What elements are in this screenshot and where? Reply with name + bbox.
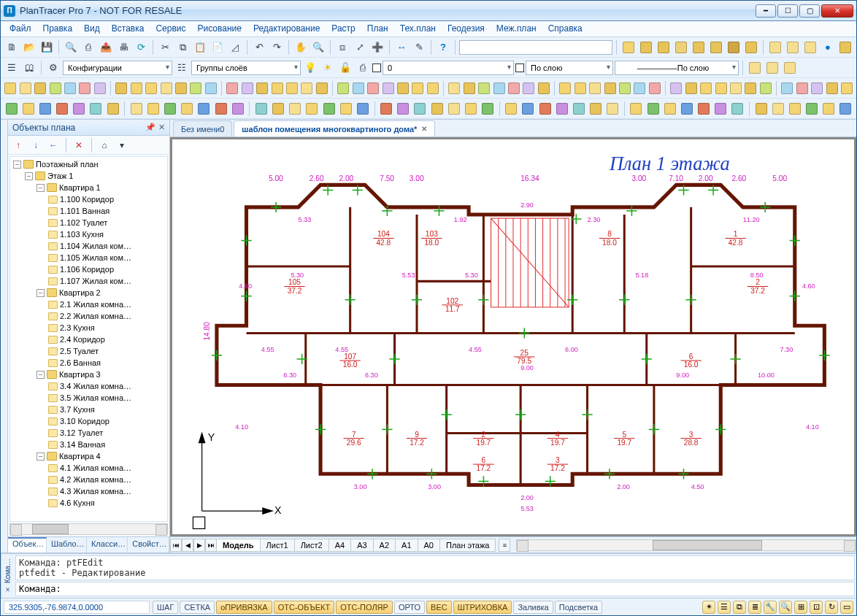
toolbar-row3-btn-41[interactable] xyxy=(648,80,661,96)
r-icon-9[interactable] xyxy=(767,39,783,55)
toolbar-row4-btn-24[interactable] xyxy=(429,101,445,117)
toolbar-row4-btn-4[interactable] xyxy=(72,101,87,117)
toolbar-row4-btn-41[interactable] xyxy=(730,101,745,117)
search-input[interactable] xyxy=(459,40,612,55)
tree-node[interactable]: 2.2 Жилая комна… xyxy=(47,310,167,322)
status-toggle-ШАГ[interactable]: ШАГ xyxy=(153,601,178,614)
delete-icon[interactable]: ✕ xyxy=(72,138,86,153)
toolbar-row3-btn-1[interactable] xyxy=(18,80,31,96)
status-icon-8[interactable]: ⊡ xyxy=(810,601,823,614)
toolbar-row3-btn-20[interactable] xyxy=(315,80,328,96)
minimize-button[interactable]: ━ xyxy=(756,4,776,18)
toolbar-row4-btn-27[interactable] xyxy=(480,101,496,117)
status-icon-1[interactable]: ✴ xyxy=(702,601,715,614)
object-tree[interactable]: –Поэтажный план–Этаж 1–Квартира 11.100 К… xyxy=(9,156,168,522)
menu-растр[interactable]: Растр xyxy=(326,21,361,36)
tree-node[interactable]: 2.6 Ванная xyxy=(47,357,167,369)
tree-node[interactable]: –Квартира 1 xyxy=(35,182,167,193)
r-icon-2[interactable] xyxy=(638,39,654,55)
toolbar-row4-btn-13[interactable] xyxy=(230,101,245,117)
toolbar-row4-btn-2[interactable] xyxy=(37,101,53,117)
toolbar-row3-btn-25[interactable] xyxy=(396,80,410,96)
tab-first-icon[interactable]: ⏮ xyxy=(170,539,182,552)
toolbar-row4-btn-18[interactable] xyxy=(321,101,337,117)
toolbar-row4-btn-36[interactable] xyxy=(645,101,661,117)
zoomrt-icon[interactable]: 🔍 xyxy=(310,39,326,55)
menu-правка[interactable]: Правка xyxy=(37,21,79,36)
status-icon-9[interactable]: ↻ xyxy=(825,601,838,614)
toolbar-row4-btn-10[interactable] xyxy=(180,101,195,117)
cut-icon[interactable]: ✂ xyxy=(157,39,173,55)
left-dock-strip[interactable] xyxy=(1,120,8,553)
status-icon-5[interactable]: 🔧 xyxy=(764,601,777,614)
toolbar-row4-btn-29[interactable] xyxy=(520,101,536,117)
toolbar-row3-btn-4[interactable] xyxy=(64,80,77,96)
menu-справка[interactable]: Справка xyxy=(542,21,588,36)
toolbar-row3-btn-13[interactable] xyxy=(204,80,218,96)
toolbar-row4-btn-22[interactable] xyxy=(396,101,411,117)
layer-combo[interactable]: 0 xyxy=(383,61,514,75)
r-icon-5[interactable] xyxy=(691,39,707,55)
tree-node[interactable]: 1.105 Жилая ком… xyxy=(47,252,167,263)
toolbar-row4-btn-45[interactable] xyxy=(804,101,819,117)
menu-файл[interactable]: Файл xyxy=(4,21,37,36)
toolbar-row3-btn-48[interactable] xyxy=(759,80,772,96)
bulb-icon[interactable]: 💡 xyxy=(302,60,318,76)
toolbar-row3-btn-26[interactable] xyxy=(411,80,424,96)
tree-node[interactable]: 1.100 Коридор xyxy=(47,193,167,205)
r-icon-1[interactable] xyxy=(620,39,637,55)
panel-tab-2[interactable]: Класси… xyxy=(87,537,128,553)
toolbar-row4-btn-8[interactable] xyxy=(145,101,161,117)
toolbar-row3-btn-0[interactable] xyxy=(4,80,17,96)
tree-node[interactable]: 4.3 Жилая комна… xyxy=(47,485,167,497)
toolbar-row4-btn-32[interactable] xyxy=(571,101,586,117)
tree-node[interactable]: –Поэтажный план xyxy=(12,158,167,170)
lock-icon[interactable]: 🔓 xyxy=(337,60,353,76)
lt-icon-2[interactable] xyxy=(764,60,780,76)
toolbar-row3-btn-14[interactable] xyxy=(226,80,239,96)
tree-node[interactable]: 4.1 Жилая комна… xyxy=(47,462,167,474)
tree-node[interactable]: 1.104 Жилая ком… xyxy=(47,240,167,252)
open-icon[interactable]: 📂 xyxy=(21,39,37,55)
toolbar-row3-btn-18[interactable] xyxy=(285,80,299,96)
layergroup-icon[interactable]: ☷ xyxy=(174,60,190,76)
toolbar-row3-btn-21[interactable] xyxy=(337,80,350,96)
layer-color-swatch[interactable] xyxy=(372,63,381,72)
toolbar-row3-btn-46[interactable] xyxy=(729,80,742,96)
toolbar-row4-btn-25[interactable] xyxy=(446,101,461,117)
toolbar-row4-btn-42[interactable] xyxy=(753,101,769,117)
toolbar-row3-btn-51[interactable] xyxy=(810,80,823,96)
toolbar-row4-btn-21[interactable] xyxy=(378,101,393,117)
toolbar-row4-btn-47[interactable] xyxy=(838,101,853,117)
preview-icon[interactable]: 🔍 xyxy=(63,39,79,55)
toolbar-row4-btn-0[interactable] xyxy=(4,101,19,117)
new-icon[interactable]: 🗎 xyxy=(4,39,20,55)
toolbar-row3-btn-40[interactable] xyxy=(633,80,646,96)
toolbar-row4-btn-3[interactable] xyxy=(55,101,70,117)
menu-план[interactable]: План xyxy=(361,21,394,36)
toolbar-row4-btn-6[interactable] xyxy=(105,101,120,117)
down-arrow-icon[interactable]: ↓ xyxy=(28,138,43,153)
r-icon-12[interactable]: ● xyxy=(820,39,836,55)
toolbar-row3-btn-33[interactable] xyxy=(522,80,535,96)
r-icon-4[interactable] xyxy=(673,39,689,55)
toolbar-row4-btn-5[interactable] xyxy=(88,101,104,117)
toolbar-row3-btn-47[interactable] xyxy=(744,80,757,96)
publish-icon[interactable]: 📤 xyxy=(98,39,114,55)
status-icon-6[interactable]: 🔍 xyxy=(779,601,792,614)
status-toggle-оПРИВЯЗКА[interactable]: оПРИВЯЗКА xyxy=(216,601,272,614)
lt-icon-1[interactable] xyxy=(747,60,763,76)
dist-icon[interactable]: ↔ xyxy=(393,39,410,55)
save-icon[interactable]: 💾 xyxy=(39,39,55,55)
tab-list-icon[interactable]: ≡ xyxy=(499,539,510,552)
status-toggle-ОТС-ОБЪЕКТ[interactable]: ОТС-ОБЪЕКТ xyxy=(274,601,334,614)
toolbar-row4-btn-31[interactable] xyxy=(554,101,569,117)
toolbar-row4-btn-34[interactable] xyxy=(605,101,620,117)
toolbar-row3-btn-38[interactable] xyxy=(603,80,616,96)
toolbar-row3-btn-32[interactable] xyxy=(507,80,520,96)
toolbar-row4-btn-46[interactable] xyxy=(821,101,837,117)
sheet-tab-A3[interactable]: A3 xyxy=(350,539,373,552)
toolbar-row3-btn-22[interactable] xyxy=(351,80,364,96)
r-icon-13[interactable] xyxy=(837,39,853,55)
toolbar-row3-btn-45[interactable] xyxy=(714,80,727,96)
